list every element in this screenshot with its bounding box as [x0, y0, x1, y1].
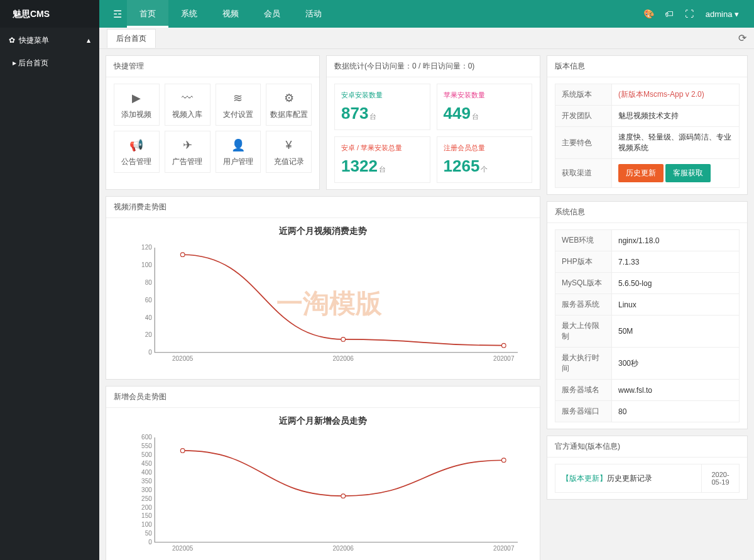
panel-sysinfo: 系统信息 WEB环境nginx/1.18.0PHP版本7.1.33MySQL版本…: [547, 201, 748, 429]
stat-label: 安卓 / 苹果安装总量: [341, 143, 423, 153]
nav-item-1[interactable]: 系统: [168, 0, 210, 28]
svg-text:450: 450: [141, 460, 152, 467]
quick-item-2[interactable]: ≋支付设置: [216, 84, 261, 126]
svg-text:500: 500: [141, 451, 152, 458]
quick-item-1[interactable]: 〰视频入库: [165, 84, 210, 126]
svg-text:40: 40: [145, 314, 153, 321]
palette-icon[interactable]: 🎨: [639, 9, 659, 19]
info-value: 50M: [612, 316, 740, 348]
quick-item-7[interactable]: ¥充值记录: [266, 131, 312, 173]
svg-text:202007: 202007: [493, 545, 515, 552]
history-update-button[interactable]: 历史更新: [618, 164, 664, 182]
svg-text:300: 300: [141, 486, 152, 493]
svg-point-31: [501, 458, 506, 463]
quick-label: 支付设置: [216, 109, 261, 120]
chart-video-consumption: 一淘模版 020406080100120202005202006202007: [131, 241, 527, 366]
tab-home[interactable]: 后台首页: [107, 29, 156, 48]
nav-item-3[interactable]: 会员: [251, 0, 293, 28]
svg-text:0: 0: [148, 349, 152, 356]
info-value: 7.1.33: [612, 251, 740, 273]
panel-title: 视频消费走势图: [106, 197, 540, 218]
svg-point-29: [180, 449, 185, 453]
svg-text:100: 100: [141, 521, 152, 528]
chart-new-members: 0501001502002503003504004505005506002020…: [131, 431, 527, 556]
tag-icon[interactable]: 🏷: [659, 9, 679, 19]
info-key: 服务器系统: [555, 294, 612, 316]
table-row: PHP版本7.1.33: [555, 251, 740, 273]
chart-title: 近两个月新增会员走势: [106, 408, 540, 431]
info-value: 速度快、轻量级、源码简洁、专业视频系统: [612, 127, 740, 159]
table-row: 服务器域名www.fsl.to: [555, 380, 740, 401]
panel-chart2: 新增会员走势图 近两个月新增会员走势 050100150200250300350…: [106, 386, 540, 560]
topbar: ☲ 首页系统视频会员活动 🎨 🏷 ⛶ admina ▾: [99, 0, 754, 28]
stat-label: 安卓安装数量: [341, 91, 423, 100]
quick-item-4[interactable]: 📢公告管理: [114, 131, 160, 173]
info-key: MySQL版本: [555, 273, 612, 294]
info-key: 主要特色: [555, 127, 612, 159]
info-value: 魅思视频技术支持: [612, 106, 740, 127]
quick-item-3[interactable]: ⚙数据库配置: [266, 84, 312, 126]
info-key: 获取渠道: [555, 159, 612, 188]
svg-text:150: 150: [141, 512, 152, 519]
sidebar-item-home[interactable]: ▸ 后台首页: [0, 53, 99, 73]
refresh-icon[interactable]: ⟳: [738, 32, 746, 44]
sidebar-toggle-icon[interactable]: ☲: [108, 8, 127, 20]
table-row: 服务器端口80: [555, 401, 740, 422]
info-key: 服务器端口: [555, 401, 612, 422]
quick-icon: ≋: [216, 91, 261, 106]
quick-icon: 📢: [114, 138, 159, 153]
notice-text: 历史更新记录: [607, 474, 652, 483]
quick-icon: 〰: [165, 91, 210, 106]
fullscreen-icon[interactable]: ⛶: [679, 9, 699, 19]
svg-text:550: 550: [141, 442, 152, 449]
svg-text:0: 0: [148, 539, 152, 546]
nav-item-0[interactable]: 首页: [127, 0, 168, 28]
panel-title: 版本信息: [547, 56, 747, 77]
table-row: MySQL版本5.6.50-log: [555, 273, 740, 294]
stat-unit: 台: [472, 113, 479, 120]
quick-item-0[interactable]: ▶添加视频: [114, 84, 160, 126]
user-menu[interactable]: admina ▾: [699, 9, 745, 19]
quick-icon: ⚙: [266, 91, 311, 106]
sidebar-item-label: 后台首页: [18, 58, 48, 67]
info-value: nginx/1.18.0: [612, 230, 740, 251]
info-key: 服务器域名: [555, 380, 612, 401]
quick-label: 广告管理: [165, 156, 210, 167]
info-value: (新版本Mscms-App v 2.0): [612, 84, 740, 106]
nav-item-2[interactable]: 视频: [210, 0, 251, 28]
table-row: 主要特色速度快、轻量级、源码简洁、专业视频系统: [555, 127, 740, 159]
quick-icon: ✈: [165, 138, 210, 153]
stat-value: 873: [341, 104, 368, 123]
quick-icon: 👤: [216, 138, 261, 153]
table-row: 获取渠道历史更新 客服获取: [555, 159, 740, 188]
svg-text:20: 20: [145, 331, 153, 338]
user-name: admina: [706, 9, 733, 19]
quick-label: 公告管理: [114, 156, 159, 167]
info-value: 80: [612, 401, 740, 422]
sidebar: 魅思CMS ✿快捷菜单 ▴ ▸ 后台首页: [0, 0, 99, 560]
stat-label: 苹果安装数量: [444, 91, 526, 100]
nav-item-4[interactable]: 活动: [293, 0, 334, 28]
stat-value: 1322: [341, 156, 378, 175]
svg-point-11: [341, 338, 346, 342]
panel-version: 版本信息 系统版本(新版本Mscms-App v 2.0)开发团队魅思视频技术支…: [547, 55, 748, 195]
table-row: 系统版本(新版本Mscms-App v 2.0): [555, 84, 740, 106]
svg-text:202006: 202006: [333, 355, 354, 362]
panel-title: 官方通知(版本信息): [547, 436, 747, 458]
stat-unit: 个: [481, 165, 488, 173]
table-row: 最大执行时间300秒: [555, 348, 740, 380]
sidebar-quick-menu[interactable]: ✿快捷菜单 ▴: [0, 28, 99, 53]
info-key: 最大执行时间: [555, 348, 612, 380]
notice-item[interactable]: 【版本更新】历史更新记录 2020-05-19: [555, 464, 740, 493]
info-key: PHP版本: [555, 251, 612, 273]
info-key: 系统版本: [555, 84, 612, 106]
quick-label: 数据库配置: [266, 109, 311, 120]
panel-title: 数据统计(今日访问量：0 / 昨日访问量：0): [327, 56, 540, 77]
quick-item-6[interactable]: 👤用户管理: [216, 131, 261, 173]
chevron-down-icon: ▾: [735, 9, 739, 19]
quick-item-5[interactable]: ✈广告管理: [165, 131, 210, 173]
stat-label: 注册会员总量: [444, 143, 526, 153]
customer-service-button[interactable]: 客服获取: [665, 164, 711, 182]
stat-value: 449: [444, 104, 471, 123]
svg-text:50: 50: [145, 530, 153, 537]
